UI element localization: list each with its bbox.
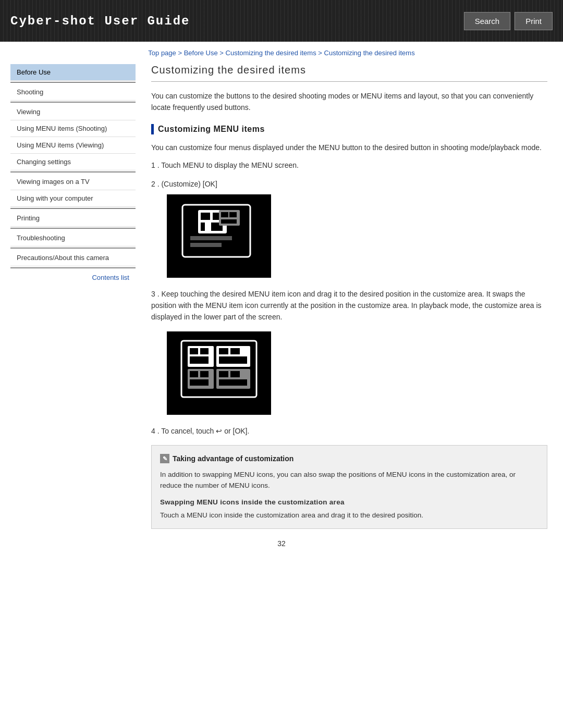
sidebar-contents-link[interactable]: Contents list	[10, 269, 136, 286]
svg-rect-27	[219, 371, 228, 377]
sidebar: Before Use Shooting Viewing Using MENU i…	[10, 64, 136, 529]
breadcrumb: Top page > Before Use > Customizing the …	[0, 42, 563, 64]
svg-rect-29	[219, 379, 247, 386]
sidebar-item-computer[interactable]: Using with your computer	[10, 190, 136, 207]
sidebar-item-menu-shooting[interactable]: Using MENU items (Shooting)	[10, 120, 136, 137]
svg-rect-2	[201, 213, 210, 220]
header-buttons: Search Print	[464, 12, 553, 30]
sidebar-divider-6	[10, 248, 136, 249]
tip-icon: ✎	[160, 454, 169, 463]
page-number: 32	[0, 529, 563, 558]
menu-icon-svg-2	[167, 331, 271, 415]
content-area: Customizing the desired items You can cu…	[146, 64, 553, 529]
sidebar-item-printing[interactable]: Printing	[10, 210, 136, 227]
svg-rect-17	[190, 356, 209, 364]
sidebar-item-changing-settings[interactable]: Changing settings	[10, 154, 136, 170]
svg-rect-11	[221, 219, 237, 224]
svg-rect-25	[190, 379, 209, 386]
step2-label: 2 . (Customize) [OK]	[151, 180, 547, 188]
svg-rect-6	[190, 236, 232, 240]
sidebar-divider-4	[10, 208, 136, 209]
tip-box: ✎ Taking advantage of customization In a…	[151, 445, 547, 529]
sidebar-item-menu-viewing[interactable]: Using MENU items (Viewing)	[10, 137, 136, 154]
header: Cyber-shot User Guide Search Print	[0, 0, 563, 42]
breadcrumb-top[interactable]: Top page	[148, 49, 176, 57]
svg-rect-9	[221, 212, 228, 217]
breadcrumb-customizing-1[interactable]: Customizing the desired items	[226, 49, 316, 57]
svg-rect-24	[200, 371, 209, 377]
section-heading-bar	[151, 124, 154, 134]
sidebar-divider-3	[10, 171, 136, 172]
sidebar-item-before-use[interactable]: Before Use	[10, 64, 136, 81]
sidebar-item-viewing[interactable]: Viewing	[10, 104, 136, 120]
page-title: Customizing the desired items	[151, 64, 547, 82]
tip-subheading: Swapping MENU icons inside the customiza…	[160, 497, 538, 508]
svg-rect-20	[230, 348, 240, 354]
svg-rect-7	[190, 243, 222, 247]
section1-heading: Customizing MENU items	[151, 124, 547, 134]
menu-icon-svg-1	[167, 194, 271, 278]
sidebar-divider-7	[10, 267, 136, 268]
step3-image	[167, 331, 271, 415]
step1-text: 1 . Touch MENU to display the MENU scree…	[151, 159, 547, 171]
sidebar-divider-5	[10, 228, 136, 229]
step4-text: 4 . To cancel, touch ↩ or [OK].	[151, 425, 547, 437]
print-button[interactable]: Print	[515, 12, 553, 30]
site-title: Cyber-shot User Guide	[10, 14, 190, 28]
svg-rect-15	[190, 348, 198, 354]
svg-rect-28	[230, 371, 240, 377]
tip-title: ✎ Taking advantage of customization	[160, 453, 538, 464]
sidebar-item-troubleshooting[interactable]: Troubleshooting	[10, 230, 136, 246]
sidebar-item-shooting[interactable]: Shooting	[10, 84, 136, 101]
svg-rect-23	[190, 371, 198, 377]
sidebar-item-viewing-tv[interactable]: Viewing images on a TV	[10, 174, 136, 190]
breadcrumb-before-use[interactable]: Before Use	[184, 49, 218, 57]
main-layout: Before Use Shooting Viewing Using MENU i…	[0, 64, 563, 529]
sidebar-item-precautions[interactable]: Precautions/About this camera	[10, 250, 136, 266]
tip-body: In addition to swapping MENU icons, you …	[160, 469, 538, 491]
svg-rect-10	[229, 212, 237, 217]
svg-rect-19	[219, 348, 228, 354]
search-button[interactable]: Search	[464, 12, 511, 30]
step3-text: 3 . Keep touching the desired MENU item …	[151, 288, 547, 323]
sidebar-divider-1	[10, 82, 136, 83]
intro-text: You can customize the buttons to the des…	[151, 90, 547, 114]
svg-rect-4	[201, 223, 205, 231]
section1-body: You can customize four menus displayed u…	[151, 142, 547, 153]
svg-rect-21	[219, 356, 247, 364]
svg-rect-16	[200, 348, 209, 354]
sidebar-divider-2	[10, 102, 136, 103]
tip-subheading-text: Touch a MENU icon inside the customizati…	[160, 510, 538, 521]
breadcrumb-customizing-2[interactable]: Customizing the desired items	[324, 49, 415, 57]
step2-image	[167, 194, 271, 278]
